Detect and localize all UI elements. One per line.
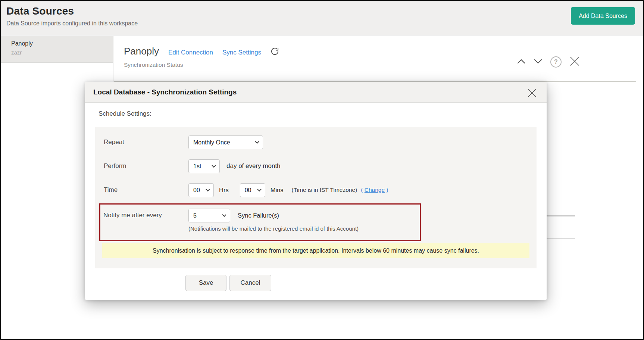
notify-suffix-label: Sync Failure(s) bbox=[238, 212, 279, 219]
chevron-up-icon bbox=[517, 59, 526, 65]
chevron-down-icon bbox=[534, 59, 543, 65]
page-title: Data Sources bbox=[6, 5, 74, 17]
close-icon bbox=[569, 56, 580, 68]
timezone-note: (Time is in IST Timezone) bbox=[292, 187, 357, 193]
sync-settings-modal: Local Database - Synchronization Setting… bbox=[85, 82, 547, 300]
cancel-button[interactable]: Cancel bbox=[229, 275, 271, 291]
page-header: Data Sources Data Source imports configu… bbox=[1, 1, 643, 35]
synchronization-status-label: Synchronization Status bbox=[124, 62, 183, 68]
notify-note: (Notifications will be mailed to the reg… bbox=[188, 225, 359, 232]
close-panel-button[interactable] bbox=[569, 55, 581, 68]
source-title: Panoply bbox=[124, 46, 159, 57]
change-timezone-link[interactable]: ( Change ) bbox=[361, 187, 388, 193]
help-icon: ? bbox=[550, 56, 562, 68]
perform-row: Perform 1st day of every month bbox=[104, 155, 533, 177]
collapse-down-button[interactable] bbox=[533, 58, 543, 66]
minutes-select[interactable]: 00 bbox=[240, 183, 265, 197]
modal-close-button[interactable] bbox=[526, 87, 538, 100]
save-button[interactable]: Save bbox=[185, 275, 226, 291]
repeat-row: Repeat Monthly Once bbox=[104, 131, 533, 153]
modal-title: Local Database - Synchronization Setting… bbox=[93, 82, 237, 103]
minutes-unit-label: Mins bbox=[271, 187, 284, 194]
add-data-sources-button[interactable]: Add Data Sources bbox=[571, 7, 635, 25]
sync-notice-banner: Synchronisation is subject to response t… bbox=[102, 243, 529, 258]
page-subtitle: Data Source imports configured in this w… bbox=[6, 20, 138, 27]
modal-header: Local Database - Synchronization Setting… bbox=[85, 82, 547, 103]
perform-day-select[interactable]: 1st bbox=[188, 159, 220, 173]
background-table-divider bbox=[546, 215, 575, 216]
time-row: Time 00 Hrs 00 Mins (Time is in IST Time… bbox=[104, 179, 533, 201]
repeat-label: Repeat bbox=[104, 138, 188, 146]
sidebar-item-name: Panoply bbox=[11, 40, 113, 47]
notify-highlight-box: Notify me after every 5 Sync Failure(s) … bbox=[99, 203, 421, 241]
repeat-select[interactable]: Monthly Once bbox=[188, 135, 263, 149]
edit-connection-link[interactable]: Edit Connection bbox=[168, 49, 213, 56]
notify-label: Notify me after every bbox=[103, 212, 188, 219]
background-table-divider bbox=[546, 238, 575, 239]
sync-settings-link[interactable]: Sync Settings bbox=[222, 49, 261, 56]
notify-row: Notify me after every 5 Sync Failure(s) bbox=[103, 208, 279, 223]
help-button[interactable]: ? bbox=[550, 56, 562, 68]
close-icon bbox=[527, 88, 537, 99]
hours-select[interactable]: 00 bbox=[188, 183, 214, 197]
perform-suffix-label: day of every month bbox=[226, 162, 281, 170]
refresh-icon bbox=[271, 51, 279, 57]
collapse-up-button[interactable] bbox=[516, 58, 526, 66]
sidebar-item-workspace: zazr bbox=[11, 49, 113, 56]
refresh-button[interactable] bbox=[271, 47, 279, 57]
schedule-settings-panel: Repeat Monthly Once Perform 1st day bbox=[95, 127, 537, 268]
perform-label: Perform bbox=[104, 162, 188, 170]
main-header-row: Panoply Edit Connection Sync Settings bbox=[124, 46, 279, 57]
panel-icon-row: ? bbox=[516, 55, 581, 68]
sidebar-item-panoply[interactable]: Panoply zazr bbox=[1, 36, 113, 63]
time-label: Time bbox=[104, 186, 188, 194]
page: Data Sources Data Source imports configu… bbox=[0, 0, 644, 340]
hours-unit-label: Hrs bbox=[219, 187, 229, 194]
notify-count-select[interactable]: 5 bbox=[188, 209, 230, 222]
schedule-settings-label: Schedule Settings: bbox=[99, 110, 151, 118]
